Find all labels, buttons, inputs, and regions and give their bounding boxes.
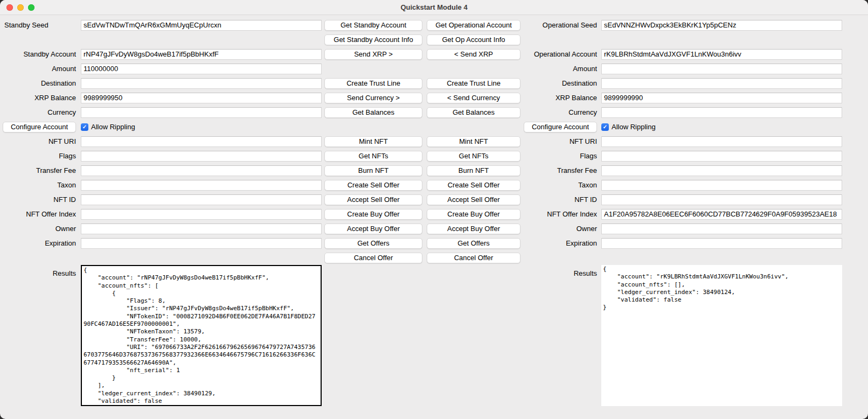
get-op-account-info-button[interactable]: Get Op Account Info [427,34,520,45]
standby-configure-account-button[interactable]: Configure Account [3,122,76,132]
operational-accept-sell-offer-button[interactable]: Accept Sell Offer [427,194,520,205]
row-configure: Configure Account ✓ Allow Rippling Confi… [0,120,868,134]
operational-owner-label: Owner [524,225,599,233]
standby-destination-input[interactable] [81,78,322,89]
operational-create-buy-offer-button[interactable]: Create Buy Offer [427,209,520,220]
operational-create-sell-offer-button[interactable]: Create Sell Offer [427,180,520,191]
row-nft-uri: NFT URI Mint NFT Mint NFT NFT URI [0,134,868,149]
operational-get-nfts-button[interactable]: Get NFTs [427,151,520,162]
operational-configure-account-button[interactable]: Configure Account [524,122,597,132]
operational-cancel-offer-button[interactable]: Cancel Offer [427,253,520,263]
operational-allow-rippling-checkbox[interactable]: ✓ [601,123,609,131]
zoom-window-button[interactable] [28,4,34,11]
operational-account-input[interactable] [601,49,842,60]
standby-flags-label: Flags [0,152,79,160]
standby-send-xrp-button[interactable]: Send XRP > [324,49,422,60]
operational-get-balances-button[interactable]: Get Balances [427,107,520,118]
operational-destination-input[interactable] [601,78,842,89]
operational-amount-label: Amount [524,65,599,73]
standby-get-balances-button[interactable]: Get Balances [324,107,422,118]
operational-burn-nft-button[interactable]: Burn NFT [427,165,520,176]
operational-seed-label: Operational Seed [524,21,599,29]
operational-results-json: { "account": "rK9LBRhStdmtAaVdJXGVF1LnKW… [601,265,842,312]
standby-nft-id-label: NFT ID [0,195,79,204]
row-balance: XRP Balance Send Currency > < Send Curre… [0,90,868,105]
operational-taxon-input[interactable] [601,180,842,191]
standby-create-sell-offer-button[interactable]: Create Sell Offer [324,180,422,191]
row-destination: Destination Create Trust Line Create Tru… [0,76,868,90]
operational-accept-buy-offer-button[interactable]: Accept Buy Offer [427,224,520,234]
operational-amount-input[interactable] [601,64,842,74]
row-account-info: Get Standby Account Info Get Op Account … [0,32,868,47]
operational-send-currency-button[interactable]: < Send Currency [427,93,520,103]
standby-currency-input[interactable] [81,107,322,118]
row-cancel-offer: Cancel Offer Cancel Offer [0,250,868,265]
operational-currency-input[interactable] [601,107,842,118]
standby-cancel-offer-button[interactable]: Cancel Offer [324,253,422,263]
standby-nft-id-input[interactable] [81,194,322,205]
standby-accept-sell-offer-button[interactable]: Accept Sell Offer [324,194,422,205]
standby-nft-uri-input[interactable] [81,136,322,147]
standby-expiration-input[interactable] [81,238,322,249]
standby-taxon-label: Taxon [0,181,79,189]
standby-results-json: { "account": "rNP47gJFvDyW8gsDo4weB17if5… [82,266,321,406]
operational-send-xrp-button[interactable]: < Send XRP [427,49,520,60]
standby-flags-input[interactable] [81,151,322,162]
operational-create-trust-line-button[interactable]: Create Trust Line [427,78,520,89]
operational-seed-input[interactable] [601,20,842,31]
get-operational-account-button[interactable]: Get Operational Account [427,20,520,31]
operational-flags-input[interactable] [601,151,842,162]
standby-allow-rippling-checkbox[interactable]: ✓ [81,123,88,131]
operational-nft-id-label: NFT ID [524,195,599,204]
operational-transfer-fee-input[interactable] [601,165,842,176]
app-window: Quickstart Module 4 Standby Seed Get Sta… [0,0,868,419]
standby-transfer-fee-input[interactable] [81,165,322,176]
standby-destination-label: Destination [0,79,79,87]
standby-burn-nft-button[interactable]: Burn NFT [324,165,422,176]
standby-seed-input[interactable] [81,20,322,31]
operational-results-label: Results [524,265,599,277]
standby-mint-nft-button[interactable]: Mint NFT [324,136,422,147]
standby-account-input[interactable] [81,49,322,60]
standby-seed-label: Standby Seed [0,21,79,29]
operational-flags-label: Flags [524,152,599,160]
standby-accept-buy-offer-button[interactable]: Accept Buy Offer [324,224,422,234]
operational-nft-id-input[interactable] [601,194,842,205]
standby-get-nfts-button[interactable]: Get NFTs [324,151,422,162]
standby-balance-input[interactable] [81,93,322,103]
standby-results-textarea[interactable]: { "account": "rNP47gJFvDyW8gsDo4weB17if5… [81,265,322,406]
standby-get-offers-button[interactable]: Get Offers [324,238,422,249]
operational-owner-input[interactable] [601,224,842,234]
operational-allow-rippling-label: Allow Rippling [612,123,656,131]
row-currency: Currency Get Balances Get Balances Curre… [0,105,868,120]
standby-owner-input[interactable] [81,224,322,234]
operational-nft-uri-input[interactable] [601,136,842,147]
row-nft-offer-index: NFT Offer Index Create Buy Offer Create … [0,207,868,221]
close-window-button[interactable] [6,4,13,11]
standby-nft-offer-index-input[interactable] [81,209,322,220]
get-standby-account-info-button[interactable]: Get Standby Account Info [324,34,422,45]
standby-create-buy-offer-button[interactable]: Create Buy Offer [324,209,422,220]
standby-taxon-input[interactable] [81,180,322,191]
window-controls [6,4,34,11]
operational-mint-nft-button[interactable]: Mint NFT [427,136,520,147]
checkmark-icon: ✓ [603,124,607,130]
operational-balance-input[interactable] [601,93,842,103]
standby-owner-label: Owner [0,225,79,233]
standby-allow-rippling-label: Allow Rippling [91,123,135,131]
operational-nft-offer-index-input[interactable] [601,209,842,220]
get-standby-account-button[interactable]: Get Standby Account [324,20,422,31]
standby-results-label: Results [0,265,79,277]
standby-nft-offer-index-label: NFT Offer Index [0,210,79,218]
operational-expiration-input[interactable] [601,238,842,249]
standby-create-trust-line-button[interactable]: Create Trust Line [324,78,422,89]
standby-send-currency-button[interactable]: Send Currency > [324,93,422,103]
operational-results-textarea[interactable]: { "account": "rK9LBRhStdmtAaVdJXGVF1LnKW… [601,265,842,406]
operational-transfer-fee-label: Transfer Fee [524,166,599,174]
minimize-window-button[interactable] [17,4,24,11]
row-expiration: Expiration Get Offers Get Offers Expirat… [0,236,868,250]
standby-amount-input[interactable] [81,64,322,74]
operational-get-offers-button[interactable]: Get Offers [427,238,520,249]
operational-expiration-label: Expiration [524,239,599,247]
standby-nft-uri-label: NFT URI [0,137,79,145]
